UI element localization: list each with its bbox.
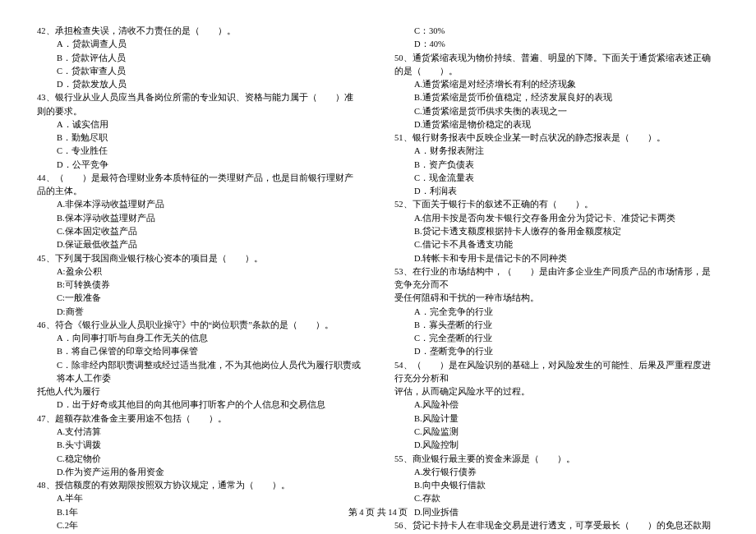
q54-opt-b: B.风险计量 — [394, 412, 719, 426]
q47-opt-b: B.头寸调拨 — [37, 439, 362, 452]
left-column: 42、承担检查失误，清收不力责任的是（ ）。 A．贷款调查人员 B．贷款评估人员… — [37, 25, 362, 485]
q51-opt-b: B．资产负债表 — [394, 159, 719, 172]
q53-opt-a: A．完全竞争的行业 — [394, 306, 719, 319]
q53-opt-d: D．垄断竞争的行业 — [394, 345, 719, 358]
q54-stem-p2: 评估，从而确定风险水平的过程。 — [394, 385, 719, 398]
q55-opt-b: B.向中央银行借款 — [394, 479, 719, 492]
q44-opt-a: A.非保本浮动收益理财产品 — [37, 198, 362, 211]
q42-opt-c: C．贷款审查人员 — [37, 65, 362, 78]
q52-stem: 52、下面关于银行卡的叙述不正确的有（ ）。 — [394, 198, 719, 211]
q52-opt-c: C.借记卡不具备透支功能 — [394, 238, 719, 251]
q50-opt-d: D.通货紧缩是物价稳定的表现 — [394, 118, 719, 131]
q43-opt-c: C．专业胜任 — [37, 145, 362, 158]
q48-stem: 48、授信额度的有效期限按照双方协议规定，通常为（ ）。 — [37, 479, 362, 492]
q46-opt-a: A．向同事打听与自身工作无关的信息 — [37, 332, 362, 345]
q53-stem-p2: 受任何阻碍和干扰的一种市场结构。 — [394, 292, 719, 305]
q49-opt-c: C：30% — [394, 25, 719, 38]
q51-stem: 51、银行财务报表中反映企业某一时点状况的静态报表是（ ）。 — [394, 131, 719, 145]
right-column: C：30% D：40% 50、通货紧缩表现为物价持续、普遍、明显的下降。下面关于… — [394, 25, 719, 485]
q47-stem: 47、超额存款准备金主要用途不包括（ ）。 — [37, 412, 362, 426]
q45-opt-a: A:盈余公积 — [37, 265, 362, 279]
q47-opt-d: D.作为资产运用的备用资金 — [37, 466, 362, 479]
q45-stem: 45、下列属于我国商业银行核心资本的项目是（ ）。 — [37, 252, 362, 265]
q50-opt-a: A.通货紧缩是对经济增长有利的经济现象 — [394, 78, 719, 91]
q47-opt-c: C.稳定物价 — [37, 453, 362, 466]
q56-stem: 56、贷记卡持卡人在非现金交易是进行透支，可享受最长（ ）的免息还款期待遇。 — [394, 519, 719, 534]
two-column-layout: 42、承担检查失误，清收不力责任的是（ ）。 A．贷款调查人员 B．贷款评估人员… — [37, 25, 719, 485]
q55-stem: 55、商业银行最主要的资金来源是（ ）。 — [394, 453, 719, 466]
q51-opt-c: C．现金流量表 — [394, 172, 719, 185]
page-footer: 第 4 页 共 14 页 — [0, 506, 756, 519]
q43-opt-b: B．勤勉尽职 — [37, 131, 362, 145]
q49-opt-d: D：40% — [394, 38, 719, 51]
q48-opt-a: A.半年 — [37, 492, 362, 505]
q48-opt-c: C.2年 — [37, 519, 362, 532]
q42-opt-d: D．贷款发放人员 — [37, 78, 362, 91]
q46-stem: 46、符合《银行业从业人员职业操守》中的“岗位职责”条款的是（ ）。 — [37, 319, 362, 332]
q46-opt-c: C．除非经内部职责调整或经过适当批准，不为其他岗位人员代为履行职责或将本人工作委 — [37, 359, 362, 386]
q55-opt-c: C.存款 — [394, 492, 719, 505]
q54-opt-a: A.风险补偿 — [394, 398, 719, 412]
q42-opt-b: B．贷款评估人员 — [37, 52, 362, 65]
q55-opt-a: A.发行银行债券 — [394, 466, 719, 479]
q50-opt-b: B.通货紧缩是货币价值稳定，经济发展良好的表现 — [394, 91, 719, 104]
q53-opt-b: B．寡头垄断的行业 — [394, 319, 719, 332]
q46-opt-c-cont: 托他人代为履行 — [37, 385, 362, 398]
q51-opt-d: D．利润表 — [394, 185, 719, 198]
q45-opt-c: C:一般准备 — [37, 292, 362, 305]
q45-opt-d: D:商誉 — [37, 306, 362, 319]
q46-opt-d: D．出于好奇或其他目的向其他同事打听客户的个人信息和交易信息 — [37, 398, 362, 412]
q43-opt-d: D．公平竞争 — [37, 159, 362, 172]
q44-stem: 44、（ ）是最符合理财业务本质特征的一类理财产品，也是目前银行理财产品的主体。 — [37, 172, 362, 199]
q54-opt-d: D.风险控制 — [394, 439, 719, 452]
q54-opt-c: C.风险监测 — [394, 426, 719, 439]
q42-opt-a: A．贷款调查人员 — [37, 38, 362, 51]
q46-opt-b: B．将自己保管的印章交给同事保管 — [37, 345, 362, 358]
q54-stem-p1: 54、（ ）是在风险识别的基础上，对风险发生的可能性、后果及严重程度进行充分分析… — [394, 359, 719, 386]
q43-opt-a: A．诚实信用 — [37, 118, 362, 131]
q50-stem: 50、通货紧缩表现为物价持续、普遍、明显的下降。下面关于通货紧缩表述正确的是（ … — [394, 52, 719, 79]
q52-opt-b: B.贷记卡透支额度根据持卡人缴存的备用金额度核定 — [394, 225, 719, 238]
q44-opt-b: B.保本浮动收益理财产品 — [37, 212, 362, 225]
q50-opt-c: C.通货紧缩是货币供求失衡的表现之一 — [394, 105, 719, 118]
q47-opt-a: A.支付清算 — [37, 426, 362, 439]
q45-opt-b: B:可转换债券 — [37, 279, 362, 292]
q52-opt-a: A.信用卡按是否向发卡银行交存备用金分为贷记卡、准贷记卡两类 — [394, 212, 719, 225]
q44-opt-c: C.保本固定收益产品 — [37, 225, 362, 238]
q42-stem: 42、承担检查失误，清收不力责任的是（ ）。 — [37, 25, 362, 38]
q52-opt-d: D.转帐卡和专用卡是借记卡的不同种类 — [394, 252, 719, 265]
q44-opt-d: D.保证最低收益产品 — [37, 238, 362, 251]
q43-stem: 43、银行业从业人员应当具备岗位所需的专业知识、资格与能力属于（ ）准则的要求。 — [37, 91, 362, 118]
q51-opt-a: A．财务报表附注 — [394, 145, 719, 158]
q53-stem-p1: 53、在行业的市场结构中，（ ）是由许多企业生产同质产品的市场情形，是竞争充分而… — [394, 265, 719, 292]
q53-opt-c: C．完全垄断的行业 — [394, 332, 719, 345]
